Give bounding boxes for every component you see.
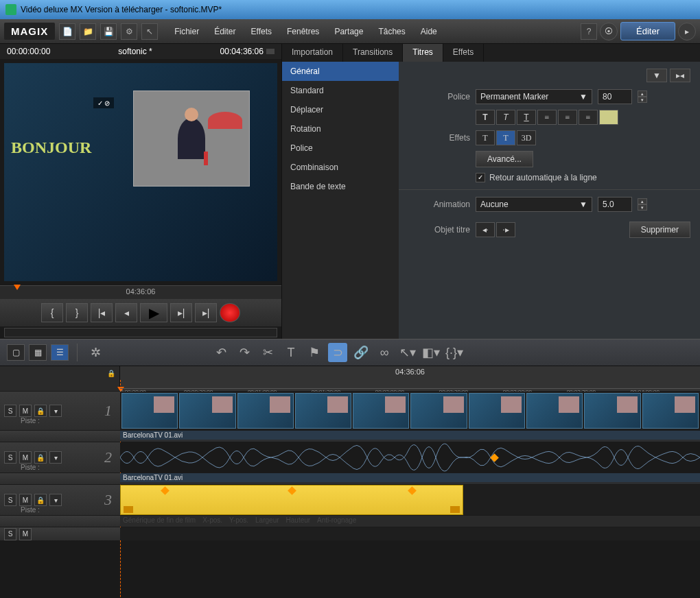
go-end-button[interactable]: ▸| xyxy=(195,303,217,322)
title-button[interactable]: T xyxy=(281,343,301,362)
collapse-button[interactable]: ▼ xyxy=(646,69,667,82)
clip-thumb[interactable] xyxy=(121,393,178,429)
timeline-ruler[interactable]: 04:36:06 xyxy=(120,366,700,380)
clip-handle-left[interactable] xyxy=(124,506,133,513)
cat-general[interactable]: Général xyxy=(282,62,399,81)
clip-thumb[interactable] xyxy=(179,393,235,429)
pointer-icon[interactable]: ↖ xyxy=(141,23,158,40)
clip-thumb[interactable] xyxy=(237,393,294,429)
mouse-mode-button[interactable]: ↖▾ xyxy=(398,343,417,362)
group-button[interactable]: ∞ xyxy=(375,343,394,362)
color-button[interactable] xyxy=(599,110,618,125)
cat-standard[interactable]: Standard xyxy=(282,81,399,100)
track-content-video[interactable] xyxy=(120,392,700,430)
mode-next-icon[interactable]: ▸ xyxy=(678,23,696,40)
title-clip[interactable] xyxy=(120,485,463,515)
tab-titres[interactable]: Titres xyxy=(403,44,443,62)
animation-duration-field[interactable]: 5.0 xyxy=(598,197,632,212)
menu-effets[interactable]: Effets xyxy=(244,24,279,39)
marker-button[interactable]: ⚑ xyxy=(305,343,324,362)
underline-button[interactable]: T xyxy=(517,110,536,125)
keyframe-icon[interactable] xyxy=(161,486,170,495)
open-file-icon[interactable]: 📁 xyxy=(80,23,96,40)
new-file-icon[interactable]: 📄 xyxy=(59,23,75,40)
menu-aide[interactable]: Aide xyxy=(414,24,444,39)
bold-button[interactable]: T xyxy=(476,110,495,125)
font-size-spinner[interactable]: ▴▾ xyxy=(638,91,647,103)
mute-button[interactable]: M xyxy=(19,528,32,540)
animation-dropdown[interactable]: Aucune▼ xyxy=(476,197,592,212)
jog-wheel[interactable] xyxy=(4,328,277,337)
object-next-button[interactable]: ·▸ xyxy=(496,222,515,237)
mark-in-button[interactable]: { xyxy=(41,303,63,322)
cat-bande-texte[interactable]: Bande de texte xyxy=(282,177,399,196)
settings-icon[interactable]: ⚙ xyxy=(121,23,137,40)
track-menu-button[interactable]: ▾ xyxy=(49,494,62,506)
clip-thumb[interactable] xyxy=(295,393,351,429)
next-frame-button[interactable]: ▸| xyxy=(170,303,192,322)
preview-ruler[interactable]: 04:36:06 xyxy=(0,285,281,299)
clip-thumb[interactable] xyxy=(410,393,467,429)
track-menu-button[interactable]: ▾ xyxy=(49,405,62,417)
reel-icon[interactable]: ✲ xyxy=(86,343,105,362)
lock-button[interactable]: 🔒 xyxy=(34,494,47,506)
cat-combinaison[interactable]: Combinaison xyxy=(282,158,399,177)
align-right-button[interactable]: ≡ xyxy=(579,110,598,125)
mute-button[interactable]: M xyxy=(19,405,32,417)
edit-mode-button[interactable]: Éditer xyxy=(620,22,675,40)
expand-button[interactable]: ▸◂ xyxy=(670,69,690,82)
menu-taches[interactable]: Tâches xyxy=(371,24,412,39)
solo-button[interactable]: S xyxy=(4,451,16,464)
go-start-button[interactable]: |◂ xyxy=(91,303,113,322)
effect-outline-button[interactable]: T xyxy=(496,130,515,145)
preview-playhead-marker[interactable] xyxy=(14,285,21,290)
mark-out-button[interactable]: } xyxy=(66,303,88,322)
solo-button[interactable]: S xyxy=(4,494,16,506)
preview-accept-reject-icon[interactable]: ✓ ⊘ xyxy=(93,97,114,108)
mute-button[interactable]: M xyxy=(19,494,32,506)
cat-rotation[interactable]: Rotation xyxy=(282,119,399,139)
clip-thumb[interactable] xyxy=(469,393,525,429)
clip-thumb[interactable] xyxy=(526,393,583,429)
eraser-button[interactable]: ◧▾ xyxy=(421,343,441,362)
mode-reel-icon[interactable]: ⦿ xyxy=(600,23,618,40)
effect-3d-button[interactable]: 3D xyxy=(517,130,536,145)
view-list-button[interactable]: ☰ xyxy=(51,344,69,361)
menu-editer[interactable]: Éditer xyxy=(207,24,242,39)
play-button[interactable]: ▶ xyxy=(140,303,167,322)
tab-importation[interactable]: Importation xyxy=(282,44,343,62)
track-content-title[interactable] xyxy=(120,485,700,515)
advanced-button[interactable]: Avancé... xyxy=(476,151,533,167)
font-size-field[interactable]: 80 xyxy=(598,89,632,104)
tab-effets[interactable]: Effets xyxy=(443,44,484,62)
clip-thumb[interactable] xyxy=(642,393,699,429)
snap-button[interactable]: ⊃ xyxy=(328,343,347,362)
delete-button[interactable]: Supprimer xyxy=(629,222,690,238)
view-single-button[interactable]: ▢ xyxy=(7,344,25,361)
cat-deplacer[interactable]: Déplacer xyxy=(282,100,399,119)
wrap-checkbox[interactable]: ✓ xyxy=(476,173,485,182)
lock-button[interactable]: 🔒 xyxy=(34,405,47,417)
clip-handle-right[interactable] xyxy=(450,506,460,513)
lock-button[interactable]: 🔒 xyxy=(34,451,47,464)
cut-button[interactable]: ✂ xyxy=(258,343,277,362)
cat-police[interactable]: Police xyxy=(282,139,399,158)
align-center-button[interactable]: ≡ xyxy=(558,110,577,125)
object-prev-button[interactable]: ◂· xyxy=(476,222,495,237)
preview-video[interactable]: ✓ ⊘ BONJOUR xyxy=(4,63,277,281)
clip-thumb[interactable] xyxy=(584,393,640,429)
italic-button[interactable]: T xyxy=(496,110,515,125)
keyframe-icon[interactable] xyxy=(408,486,417,495)
preview-window-icon[interactable] xyxy=(266,49,275,54)
track-content-audio[interactable] xyxy=(120,442,700,473)
tab-transitions[interactable]: Transitions xyxy=(343,44,403,62)
menu-partage[interactable]: Partage xyxy=(327,24,370,39)
help-icon[interactable]: ? xyxy=(581,23,597,40)
effect-plain-button[interactable]: T xyxy=(476,130,495,145)
menu-fichier[interactable]: Fichier xyxy=(167,24,206,39)
view-grid-button[interactable]: ▦ xyxy=(29,344,47,361)
font-dropdown[interactable]: Permanent Marker▼ xyxy=(476,89,592,104)
keyframe-icon[interactable] xyxy=(288,486,296,495)
redo-button[interactable]: ↷ xyxy=(235,343,254,362)
solo-button[interactable]: S xyxy=(4,405,16,417)
